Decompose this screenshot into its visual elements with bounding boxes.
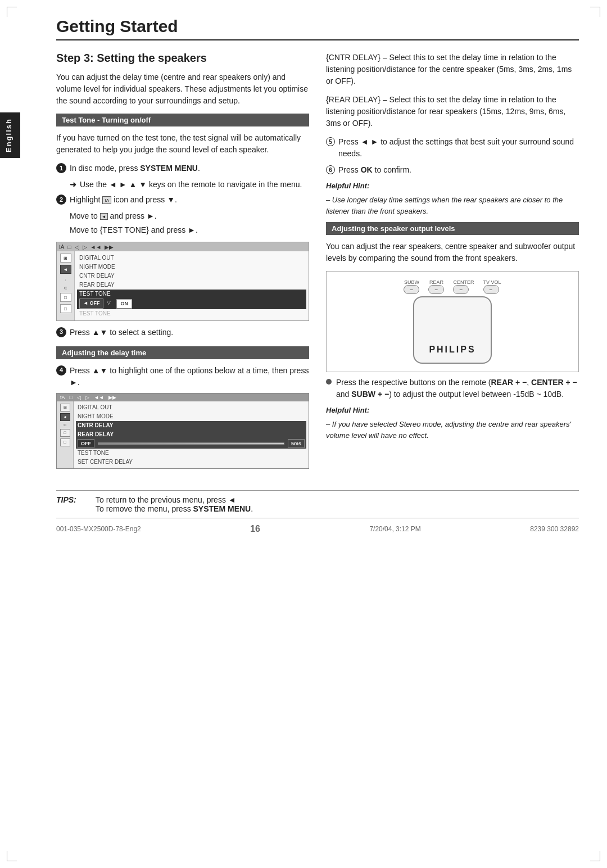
step-bullet <box>326 379 332 385</box>
remote-subw-label: SUBW <box>404 279 419 285</box>
remote-mockup-container: SUBW − REAR − CENTER − TV VOL <box>326 271 579 372</box>
remote-tvvol-btn: − <box>483 285 499 294</box>
press-rear: REAR + − <box>491 378 527 387</box>
step-num-1: 1 <box>56 163 66 173</box>
adjusting-output-heading: Adjusting the speaker output levels <box>326 222 579 235</box>
menu-item-night-mode: NIGHT MODE <box>77 263 306 272</box>
step-item-2: 2 Highlight tA icon and press ▼. <box>56 194 309 206</box>
helpful-hint-2-title: Helpful Hint: <box>326 406 579 414</box>
screen2-body: ⊞ ◄ :⊂ □ □ DIGITAL OUT NIGHT MODE CNTR D… <box>57 401 309 469</box>
press-center: CENTER + − <box>531 378 577 387</box>
screen2-value-row: OFF 5ms <box>78 439 305 449</box>
topbar-item: ▶▶ <box>105 244 114 250</box>
footer-right: 8239 300 32892 <box>530 525 579 533</box>
step-num-3: 3 <box>56 327 66 337</box>
screen2-colon: :⊂ <box>63 423 67 427</box>
press-remote-text: Press the respective buttons on the remo… <box>336 377 579 400</box>
footer-left: 001-035-MX2500D-78-Eng2 <box>56 525 141 533</box>
step1-sub: ➜ Use the ◄ ► ▲ ▼ keys on the remote to … <box>70 179 309 191</box>
screen2-rear-delay: REAR DELAY OFF 5ms <box>76 430 306 449</box>
page-footer: 001-035-MX2500D-78-Eng2 16 7/20/04, 3:12… <box>56 524 579 534</box>
step-num-4: 4 <box>56 365 66 376</box>
topbar2-sq: □ <box>70 395 73 400</box>
screen2-topbar: tA □ ◁ ▷ ◄◄ ▶▶ <box>57 394 309 401</box>
tips-label: TIPS: <box>56 495 84 504</box>
step4-text: Press ▲▼ to highlight one of the options… <box>70 365 309 388</box>
screen2-night-mode: NIGHT MODE <box>76 412 306 421</box>
menu-item-rear-delay: REAR DELAY <box>77 281 306 290</box>
remote-subw-btn: − <box>404 285 419 294</box>
step3-text: Press ▲▼ to select a setting. <box>70 327 173 338</box>
topbar2-dr: ▷ <box>85 395 89 400</box>
screen2-icon-box: □ <box>60 429 70 437</box>
sidebar-icon-selected: ◄ <box>60 265 71 274</box>
helpful-hint-2: Helpful Hint: – If you have selected Ste… <box>326 406 579 441</box>
screen2-test-tone: TEST TONE <box>76 449 306 458</box>
step-num-6: 6 <box>326 165 335 174</box>
remote-brand-text: PHILIPS <box>429 345 475 355</box>
rear-delay-text: {REAR DELAY} – Select this to set the de… <box>326 94 579 129</box>
sidebar-icon-grid: ⊞ <box>60 254 71 263</box>
topbar2-ta: tA <box>60 395 65 400</box>
step5-text: Press ◄ ► to adjust the settings that be… <box>338 136 579 160</box>
step1-text: In disc mode, press SYSTEM MENU. <box>70 162 200 174</box>
step2-text: Highlight tA icon and press ▼. <box>70 194 177 206</box>
step2-sub1: Move to ◄ and press ►. <box>70 210 309 222</box>
screen2-val-off: OFF <box>78 439 94 449</box>
remote-body-shape: PHILIPS <box>413 296 492 364</box>
tips-content: To return to the previous menu, press ◄ … <box>96 495 253 513</box>
value-down-arrow: ▽ <box>106 299 112 309</box>
footer-date: 7/20/04, 3:12 PM <box>369 525 420 533</box>
screen-topbar-1: tA □ ◁ ▷ ◄◄ ▶▶ <box>57 242 309 251</box>
screen2-slider <box>98 442 284 445</box>
step1-bold: SYSTEM MENU <box>140 164 198 173</box>
tip2-text: To remove the menu, press SYSTEM MENU. <box>96 504 253 513</box>
highlight-icon: tA <box>102 196 111 204</box>
remote-rear-btn: − <box>428 285 444 294</box>
sidebar-colon: : <box>64 276 67 283</box>
remote-center-btn: − <box>453 285 469 294</box>
topbar-item: ◁ <box>75 244 79 250</box>
screen2-cntr-delay: CNTR DELAY <box>76 421 306 430</box>
step-num-2: 2 <box>56 195 66 205</box>
topbar-item: ◄◄ <box>90 244 102 250</box>
step-item-1: 1 In disc mode, press SYSTEM MENU. <box>56 162 309 174</box>
menu-item-test-tone-selected: TEST TONE ◄ OFF ▽ ON <box>77 290 306 309</box>
screen-body-1: ⊞ ◄ : ⊂ □ □ DIGITAL OUT NIGHT MODE CNTR … <box>57 251 309 320</box>
sidebar-icon-doc: □ <box>60 304 71 313</box>
tip2-bold: SYSTEM MENU <box>193 504 251 513</box>
menu-item-digital-out: DIGITAL OUT <box>77 254 306 263</box>
test-tone-body: If you have turned on the test tone, the… <box>56 132 309 156</box>
remote-center-group: CENTER − <box>453 279 474 294</box>
screen2-main: DIGITAL OUT NIGHT MODE CNTR DELAY REAR D… <box>74 401 309 469</box>
tip1-text: To return to the previous menu, press ◄ <box>96 495 253 504</box>
remote-top-labels: SUBW − REAR − CENTER − TV VOL <box>332 279 573 294</box>
step-item-3: 3 Press ▲▼ to select a setting. <box>56 327 309 338</box>
step-item-4: 4 Press ▲▼ to highlight one of the optio… <box>56 365 309 388</box>
topbar2-ff: ▶▶ <box>108 395 116 400</box>
step-item-5: 5 Press ◄ ► to adjust the settings that … <box>326 136 579 160</box>
screen2-icon-arrow: ◄ <box>60 413 70 421</box>
cntr-delay-text: {CNTR DELAY} – Select this to set the de… <box>326 52 579 87</box>
topbar-item: ▷ <box>83 244 87 250</box>
test-tone-heading: Test Tone - Turning on/off <box>56 114 309 126</box>
helpful-hint-2-text: – If you have selected Stereo mode, adju… <box>326 419 579 441</box>
screen2-icon-doc: □ <box>60 438 70 446</box>
menu-item-cntr-delay: CNTR DELAY <box>77 272 306 281</box>
screen2-val-5ms: 5ms <box>288 439 305 449</box>
step-item-6: 6 Press OK to confirm. <box>326 164 579 176</box>
value-on: ON <box>116 299 132 309</box>
screen-menu-values: ◄ OFF ▽ ON <box>79 299 304 309</box>
topbar-item: □ <box>67 244 71 250</box>
adjusting-delay-heading: Adjusting the delay time <box>56 346 309 359</box>
remote-tvvol-group: TV VOL − <box>483 279 501 294</box>
adjusting-output-body: You can adjust the rear speakers, centre… <box>326 241 579 264</box>
remote-rear-group: REAR − <box>428 279 444 294</box>
press-subw: SUBW + − <box>351 390 389 399</box>
screen2-digital-out: DIGITAL OUT <box>76 403 306 412</box>
step6-ok: OK <box>361 165 373 174</box>
screen2-set-center: SET CENTER DELAY <box>76 458 306 467</box>
left-column: Step 3: Setting the speakers You can adj… <box>56 52 309 473</box>
remote-subw-group: SUBW − <box>404 279 419 294</box>
helpful-hint-1-text: – Use longer delay time settings when th… <box>326 195 579 216</box>
